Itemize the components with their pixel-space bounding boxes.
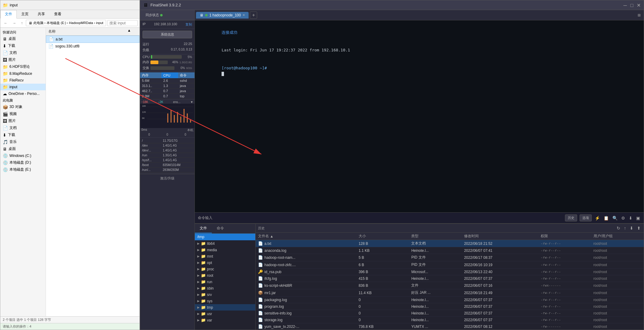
fm-tree-item-sbin[interactable]: ▶📁sbin <box>195 285 255 291</box>
fm-tree-item-media[interactable]: ▶📁media <box>195 247 255 253</box>
fm-tree-item-var[interactable]: ▶📁var <box>195 317 255 323</box>
tab-file[interactable]: 文件 <box>0 10 17 19</box>
download-cmd-icon[interactable]: ⬇ <box>628 215 633 221</box>
fm-refresh-button[interactable]: ↻ <box>616 225 621 231</box>
sidebar-item-music[interactable]: 🎵 音乐 <box>0 138 46 145</box>
search-cmd-icon[interactable]: 🔍 <box>612 215 618 221</box>
fm-file-row[interactable]: 📄 a.txt 128 B 文本文档 2022/06/18 21:52 -rw-… <box>256 240 644 247</box>
fm-tree-item-srv[interactable]: ▶📁srv <box>195 291 255 298</box>
documents-icon: 📄 <box>3 50 8 55</box>
upgrade-section[interactable]: 激活/升级 <box>140 174 195 182</box>
sysinfo-button[interactable]: 系统信息 <box>143 31 192 38</box>
fm-file-row[interactable]: 📄 hadoop-root-nam... 5 B PID 文件 2022/06/… <box>256 254 644 261</box>
fm-tree-item-opt[interactable]: ▶📁opt <box>195 259 255 266</box>
terminal-tab[interactable]: 🖥 1 hadoopnode_100 ✕ <box>196 12 249 19</box>
grid-view-button[interactable]: ⊞ <box>636 12 642 19</box>
sidebar-item-3d[interactable]: 📦 3D 对象 <box>0 103 46 110</box>
fm-tree-item-mnt[interactable]: ▶📁mnt <box>195 253 255 259</box>
fm-download-button[interactable]: ⬇ <box>629 225 634 231</box>
fm-tree-item-lib64[interactable]: ▶📁lib64 <box>195 240 255 247</box>
sidebar-item-hdfs[interactable]: 📁 6.HDFS理论 <box>0 63 46 70</box>
fm-file-row[interactable]: 🔑 id_rsa.pub 396 B Microsof... 2022/06/1… <box>256 269 644 275</box>
copy-icon[interactable]: 📋 <box>603 215 609 221</box>
folder-icon: 📁 <box>201 260 206 265</box>
disk-size: 1.3G/1.4G <box>161 153 195 158</box>
sidebar-item-filerecv[interactable]: 📁 FileRecv <box>0 77 46 84</box>
sidebar-item-desktop[interactable]: 🖥 桌面 <box>0 35 46 42</box>
fm-file-row[interactable]: 📄 yum_save_tx.2022-... 736.8 KB YUMTX ..… <box>256 323 644 330</box>
minimize-button[interactable]: ─ <box>623 3 627 7</box>
input-hint: 请输入你的操作：4 <box>3 324 31 329</box>
fm-file-perm: -rw-r--r-- <box>538 297 591 303</box>
search-input[interactable] <box>107 20 138 26</box>
fm-file-row[interactable]: 📦 mr1.jar 11.4 KB 好压 JAR ... 2022/06/18 … <box>256 289 644 297</box>
fm-file-date: 2022/06/07 07:37 <box>462 310 538 316</box>
tab-home[interactable]: 主页 <box>17 10 33 18</box>
sidebar-item-input[interactable]: 📁 input <box>0 84 46 90</box>
fm-file-size: 415 B <box>356 276 409 282</box>
close-button[interactable]: ✕ <box>636 3 641 7</box>
sidebar-item-images[interactable]: 🖼 图片 <box>0 117 46 124</box>
sidebar-item-pictures[interactable]: 🖼 图片 <box>0 56 46 63</box>
disk-size: 1.4G/1.4G <box>161 143 195 148</box>
gear-icon[interactable]: ⚙ <box>621 215 626 221</box>
proc-mem: 313.1.. <box>140 83 161 89</box>
load-value: 0.17, 0.10, 0.13 <box>171 48 192 52</box>
sidebar-item-windrive[interactable]: 💿 Windows (C:) <box>0 152 46 159</box>
tab-share[interactable]: 共享 <box>33 10 50 18</box>
tab-view[interactable]: 查看 <box>50 10 66 18</box>
fm-file-row[interactable]: 📄 ifcfg.log 415 B Heinote.l... 2022/06/0… <box>256 275 644 282</box>
sidebar-item-desktop2[interactable]: 🖥 桌面 <box>0 145 46 152</box>
options-button[interactable]: 选项 <box>580 214 592 221</box>
sidebar-item-mapreduce[interactable]: 📁 8.MapReduce <box>0 70 46 77</box>
sidebar-item-documents[interactable]: 📄 文档 <box>0 49 46 56</box>
fm-tree-item-usr[interactable]: ▶📁usr <box>195 311 255 317</box>
history-button[interactable]: 历史 <box>565 214 577 221</box>
maximize-button[interactable]: □ <box>630 3 634 7</box>
fm-file-row[interactable]: 📄 anaconda.log 1.1 KB Heinote.l... 2022/… <box>256 247 644 254</box>
fm-tab-file[interactable]: 文件 <box>195 224 212 233</box>
fm-file-row[interactable]: 📄 packaging.log 0 Heinote.l... 2022/06/0… <box>256 297 644 303</box>
proc-cmd: java <box>178 83 195 89</box>
fm-up-button[interactable]: ↑ <box>623 225 627 231</box>
up-button[interactable]: ↑ <box>19 20 25 26</box>
file-item-sogou[interactable]: 📄 sogou.330.utf8 <box>46 43 139 50</box>
sidebar-item-dl[interactable]: ⬇ 下载 <box>0 131 46 138</box>
sidebar-item-downloads[interactable]: ⬇ 下载 <box>0 42 46 49</box>
fm-file-type: PID 文件 <box>409 261 461 268</box>
tab-close[interactable]: ✕ <box>243 13 245 17</box>
add-tab-button[interactable]: + <box>250 12 257 19</box>
fm-file-row[interactable]: 📄 storage.log 0 Heinote.l... 2022/06/07 … <box>256 317 644 323</box>
sidebar-item-onedrive[interactable]: ☁ OneDrive - Perso... <box>0 90 46 97</box>
fm-file-row[interactable]: 📄 ks-script-vkHd8R 836 B 文件 2022/06/07 0… <box>256 282 644 289</box>
forward-button[interactable]: → <box>11 20 18 26</box>
fm-tab-cmd[interactable]: 命令 <box>212 224 229 233</box>
cmd-input[interactable] <box>215 216 563 220</box>
fm-tree-item-run[interactable]: ▶📁run <box>195 279 255 285</box>
back-button[interactable]: ← <box>2 20 9 26</box>
fm-file-size: 11.4 KB <box>356 290 409 296</box>
sidebar-item-docs[interactable]: 📄 文档 <box>0 124 46 131</box>
lightning-icon[interactable]: ⚡ <box>594 215 601 221</box>
sidebar-item-video[interactable]: 🎬 视频 <box>0 110 46 117</box>
file-icon: 📦 <box>258 290 263 295</box>
fm-tree-item-sys[interactable]: ▶📁sys <box>195 298 255 304</box>
sidebar-item-locale[interactable]: 💿 本地磁盘 (E:) <box>0 166 46 173</box>
locale-icon: 💿 <box>3 167 8 172</box>
fm-tree-item-tmp[interactable]: ▶📁tmp <box>195 304 255 311</box>
address-path[interactable]: 🖥 此电脑 › 本地磁盘 (E:) › HadoopMRData › input <box>26 20 106 26</box>
ip-section: IP 192.168.10.100 复制 <box>140 20 195 29</box>
fm-tree-item-root[interactable]: ▶📁root <box>195 272 255 279</box>
fm-file-row[interactable]: 📄 sensitive-info.log 0 Heinote.l... 2022… <box>256 310 644 317</box>
file-item-atxt[interactable]: 📄 a.txt <box>46 36 139 43</box>
sidebar-item-locald[interactable]: 💿 本地磁盘 (D:) <box>0 159 46 166</box>
dir-name: run <box>207 280 212 284</box>
fm-upload-button[interactable]: ⬆ <box>636 225 641 231</box>
terminal-area[interactable]: 连接成功 Last login: Fri Jun 17 19:22:37 202… <box>195 20 644 212</box>
fm-file-row[interactable]: 📄 hadoop-root-zkfc.... 6 B PID 文件 2022/0… <box>256 261 644 269</box>
address-bar: ← → ↑ 🖥 此电脑 › 本地磁盘 (E:) › HadoopMRData ›… <box>0 19 139 28</box>
fm-tree-item-proc[interactable]: ▶📁proc <box>195 266 255 272</box>
fm-file-row[interactable]: 📄 program.log 0 Heinote.l... 2022/06/07 … <box>256 303 644 310</box>
terminal-icon[interactable]: ▣ <box>635 215 641 221</box>
copy-label[interactable]: 复制 <box>185 22 192 27</box>
